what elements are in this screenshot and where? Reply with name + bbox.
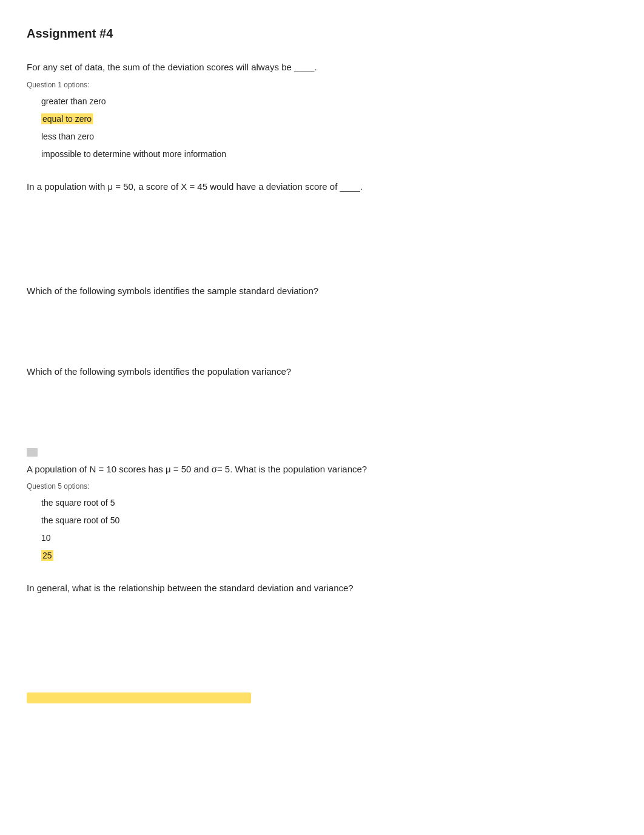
bottom-highlight-bar <box>27 692 251 703</box>
question-2-block: In a population with μ = 50, a score of … <box>27 180 617 194</box>
question-6-block: In general, what is the relationship bet… <box>27 582 617 595</box>
q1-option-2[interactable]: equal to zero <box>39 112 617 127</box>
q1-option-3[interactable]: less than zero <box>39 129 617 144</box>
q5-option-4[interactable]: 25 <box>39 548 617 563</box>
small-box-icon <box>27 448 38 457</box>
question-3-block: Which of the following symbols identifie… <box>27 284 617 298</box>
q4-spacer <box>27 317 617 365</box>
question-1-options: greater than zero equal to zero less tha… <box>27 94 617 162</box>
question-5-options-label: Question 5 options: <box>27 481 617 492</box>
question-4-block: Which of the following symbols identifie… <box>27 365 617 379</box>
question-5-block: A population of N = 10 scores has μ = 50… <box>27 463 617 564</box>
q5-option-2[interactable]: the square root of 50 <box>39 513 617 528</box>
q3-spacer <box>27 212 617 284</box>
question-1-options-label: Question 1 options: <box>27 79 617 90</box>
q1-option-1[interactable]: greater than zero <box>39 94 617 109</box>
q6-spacer <box>27 614 617 686</box>
q1-option-2-highlighted: equal to zero <box>41 113 93 124</box>
q5-spacer <box>27 397 617 445</box>
q5-option-1[interactable]: the square root of 5 <box>39 495 617 511</box>
page-title: Assignment #4 <box>27 24 617 42</box>
q5-option-4-highlighted: 25 <box>41 550 53 561</box>
question-1-block: For any set of data, the sum of the devi… <box>27 61 617 162</box>
q5-decoration <box>27 445 617 459</box>
question-1-text: For any set of data, the sum of the devi… <box>27 61 617 75</box>
question-6-text: In general, what is the relationship bet… <box>27 582 617 595</box>
q1-option-4[interactable]: impossible to determine without more inf… <box>39 147 617 162</box>
question-3-text: Which of the following symbols identifie… <box>27 284 617 298</box>
question-4-text: Which of the following symbols identifie… <box>27 365 617 379</box>
question-2-text: In a population with μ = 50, a score of … <box>27 180 617 194</box>
q5-option-3[interactable]: 10 <box>39 531 617 546</box>
question-5-text: A population of N = 10 scores has μ = 50… <box>27 463 617 477</box>
question-5-options: the square root of 5 the square root of … <box>27 495 617 563</box>
